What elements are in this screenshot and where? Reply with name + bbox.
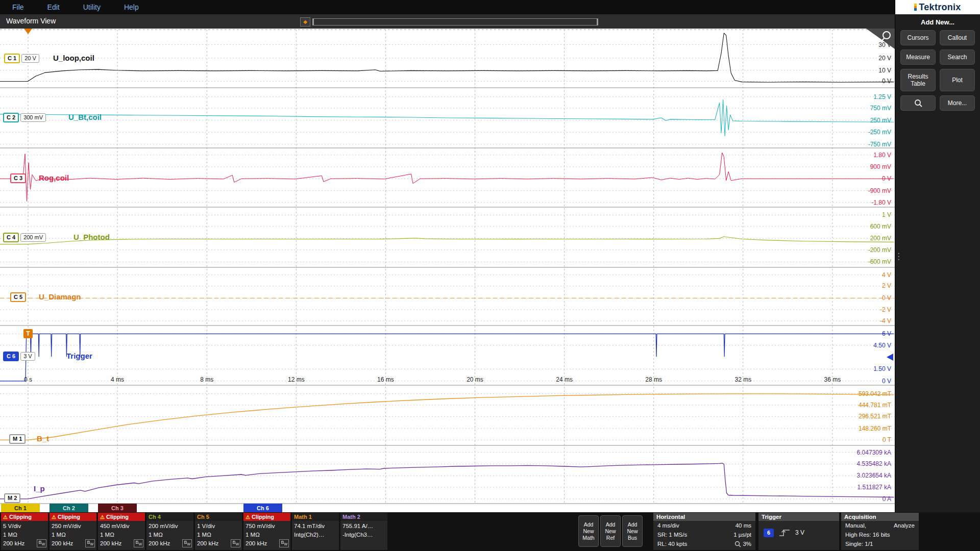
panel-drag-handle[interactable]: ⋮ — [894, 254, 903, 259]
tick-label-math1: 148.260 mT — [859, 425, 892, 432]
zoom-percent-icon — [734, 541, 741, 547]
time-label-24-ms: 24 ms — [556, 376, 573, 383]
sidebar-button-plot[interactable]: Plot — [940, 69, 975, 91]
card-line-ch2-0: 250 mV/div — [52, 522, 94, 531]
sidebar-button-more[interactable]: More... — [940, 95, 975, 111]
card-body-math1: 74.1 mT/divIntg(Ch2)… — [292, 521, 339, 549]
channel-badge-row-m-2: M 2 — [4, 493, 20, 503]
channel-card-ch4[interactable]: Ch 4200 mV/div1 MΩ200 kHzBW — [146, 513, 193, 550]
menu-item-file[interactable]: File — [12, 3, 24, 11]
sidebar-button-measure[interactable]: Measure — [900, 49, 936, 65]
zoom-overview-bar[interactable] — [312, 18, 598, 26]
add-new-ref-button[interactable]: AddNewRef — [600, 515, 621, 547]
tick-label-ch1: 20 V — [878, 55, 891, 62]
sample-rate: SR: 1 MS/s — [657, 530, 687, 539]
waveform-view-title: Waveform View — [6, 17, 56, 25]
zoom-corner-icon[interactable] — [866, 29, 895, 49]
horizontal-panel[interactable]: Horizontal 4 ms/div 40 ms SR: 1 MS/s 1 µ… — [653, 513, 755, 550]
time-label-36-ms: 36 ms — [824, 376, 841, 383]
oscilloscope-app: FileEditUtilityHelp Waveform View ◆ 30 V… — [0, 0, 980, 551]
channel-tab-ch-2[interactable]: Ch 2 — [50, 504, 88, 512]
channel-card-ch2[interactable]: ⚠Clipping250 mV/div1 MΩ200 kHzBW — [50, 513, 96, 550]
channel-card-math2[interactable]: Math 2755.91 A/…-Intg(Ch3… — [340, 513, 387, 550]
channel-badge-row-c-4: C 4200 mV — [3, 233, 46, 242]
tick-label-ch2: 1.25 V — [873, 93, 891, 101]
channel-card-ch3[interactable]: ⚠Clipping450 mV/div1 MΩ200 kHzBW — [98, 513, 145, 550]
clipping-warning-ch3: ⚠Clipping — [98, 513, 145, 521]
clipping-warning-ch6: ⚠Clipping — [243, 513, 290, 521]
trigger-source-badge: 6 — [764, 529, 774, 537]
trigger-panel[interactable]: Trigger 6 3 V — [758, 513, 839, 550]
clipping-warning-ch1: ⚠Clipping — [1, 513, 48, 521]
tick-label-math2: 6.047309 kA — [857, 449, 891, 456]
sidebar-button-callout[interactable]: Callout — [940, 30, 975, 45]
bottom-bar: ⚠Clipping5 V/div1 MΩ200 kHzBW⚠Clipping25… — [0, 512, 980, 551]
channel-scale-c-2[interactable]: 300 mV — [20, 113, 46, 122]
trace-ch3 — [0, 153, 894, 201]
tick-label-math2: 0 A — [883, 495, 891, 503]
sidebar-zoom-button[interactable] — [900, 95, 936, 111]
tick-label-math2: 3.023654 kA — [857, 472, 891, 479]
waveform-view-titlebar: Waveform View ◆ — [0, 14, 895, 29]
trigger-level-arrow[interactable] — [887, 354, 893, 361]
tick-label-ch1: 0 V — [882, 78, 891, 85]
tick-label-ch4: 600 mV — [870, 223, 891, 230]
horizontal-title: Horizontal — [653, 513, 755, 521]
channel-badge-c-6[interactable]: C 6 — [3, 352, 19, 361]
channel-tab-ch-3[interactable]: Ch 3 — [98, 504, 137, 512]
acq-mode: Manual, — [845, 521, 866, 530]
magnifier-icon — [914, 99, 922, 107]
menu-item-utility[interactable]: Utility — [83, 3, 101, 11]
channel-badge-c-4[interactable]: C 4 — [3, 233, 19, 242]
add-new-bus-button[interactable]: AddNewBus — [622, 515, 643, 547]
channel-scale-c-6[interactable]: 3 V — [20, 352, 35, 361]
tick-label-ch2: 250 mV — [870, 117, 891, 124]
sidebar-button-cursors[interactable]: Cursors — [900, 30, 936, 45]
warning-icon: ⚠ — [100, 514, 105, 520]
channel-scale-c-1[interactable]: 20 V — [21, 54, 39, 63]
channel-badge-m-2[interactable]: M 2 — [4, 493, 20, 503]
channel-card-ch6[interactable]: ⚠Clipping750 mV/div1 MΩ200 kHzBW — [243, 513, 290, 550]
channel-tab-ch-1[interactable]: Ch 1 — [1, 504, 40, 512]
acquisition-title: Acquisition — [841, 513, 919, 521]
add-new-math-button[interactable]: AddNewMath — [578, 515, 599, 547]
time-label-8-ms: 8 ms — [200, 376, 213, 383]
channel-tab-ch-6[interactable]: Ch 6 — [243, 504, 282, 512]
channel-badge-m-1[interactable]: M 1 — [9, 434, 26, 444]
channel-card-math1[interactable]: Math 174.1 mT/divIntg(Ch2)… — [292, 513, 339, 550]
sample-interval: 1 µs/pt — [733, 530, 751, 539]
tick-label-ch4: -200 mV — [868, 246, 891, 254]
tick-label-ch6: 4.50 V — [873, 342, 891, 349]
trigger-position-marker[interactable] — [24, 29, 32, 34]
channel-badge-c-3[interactable]: C 3 — [10, 173, 26, 183]
channel-badge-c-1[interactable]: C 1 — [4, 54, 20, 63]
tick-label-ch4: -600 mV — [868, 258, 891, 265]
channel-badge-c-5[interactable]: C 5 — [10, 292, 26, 302]
tick-label-ch3: 0 V — [882, 175, 891, 182]
channel-scale-c-4[interactable]: 200 mV — [20, 233, 46, 242]
card-title-ch5: Ch 5 — [195, 513, 242, 521]
sidebar-button-results-table[interactable]: Results Table — [900, 69, 936, 91]
tick-label-ch3: -900 mV — [868, 187, 891, 194]
sidebar-button-search[interactable]: Search — [940, 49, 975, 65]
trace-label-u-loop-coil: U_loop,coil — [53, 54, 94, 62]
menu-item-edit[interactable]: Edit — [47, 3, 60, 11]
channel-card-ch1[interactable]: ⚠Clipping5 V/div1 MΩ200 kHzBW — [1, 513, 48, 550]
card-line-ch1-1: 1 MΩ — [3, 531, 46, 539]
tick-label-ch5: 0 V — [882, 294, 891, 302]
waveform-plot[interactable]: 30 V20 V10 V0 V1.25 V750 mV250 mV-250 mV… — [0, 29, 895, 512]
tick-label-ch2: 750 mV — [870, 105, 891, 112]
trigger-source-marker[interactable]: T — [23, 329, 33, 338]
bandwidth-limit-icon: BW — [37, 539, 46, 547]
zoom-overview-icon[interactable]: ◆ — [300, 17, 310, 27]
channel-card-ch5[interactable]: Ch 51 V/div1 MΩ200 kHzBW — [195, 513, 242, 550]
tick-label-ch1: 10 V — [878, 67, 891, 74]
menu-item-help[interactable]: Help — [124, 3, 139, 11]
logo-mark — [914, 4, 917, 11]
clipping-warning-ch2: ⚠Clipping — [50, 513, 96, 521]
channel-badge-row-c-6: C 63 V — [3, 352, 35, 361]
acquisition-panel[interactable]: Acquisition Manual, Analyze High Res: 16… — [841, 513, 919, 550]
channel-badge-c-2[interactable]: C 2 — [3, 113, 19, 122]
channel-badge-row-c-2: C 2300 mV — [3, 113, 46, 122]
acq-resolution: High Res: 16 bits — [845, 530, 890, 539]
